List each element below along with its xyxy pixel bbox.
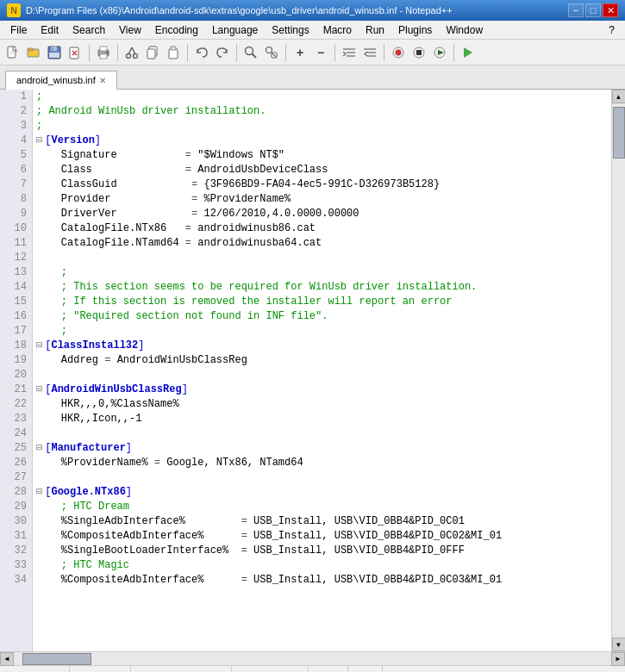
replace-button[interactable]: [262, 43, 281, 62]
macro-play[interactable]: [430, 43, 449, 62]
svg-rect-0: [8, 47, 16, 58]
menu-window[interactable]: Window: [439, 21, 490, 39]
editor-line: Provider = %ProviderName%: [36, 192, 608, 207]
run-button[interactable]: [459, 43, 478, 62]
scroll-track[interactable]: [612, 103, 625, 638]
undo-button[interactable]: [192, 43, 211, 62]
editor-line: ; This section seems to be required for …: [36, 280, 608, 295]
editor-line: CatalogFile.NTx86 = androidwinusb86.cat: [36, 221, 608, 236]
menu-edit[interactable]: Edit: [34, 21, 66, 39]
svg-rect-7: [52, 47, 53, 50]
svg-marker-40: [438, 50, 444, 55]
menu-search[interactable]: Search: [66, 21, 112, 39]
menu-language[interactable]: Language: [205, 21, 265, 39]
editor-line: [36, 470, 608, 485]
save-button[interactable]: [45, 43, 64, 62]
editor-line: ⊟[ClassInstall32]: [36, 339, 608, 353]
macro-stop[interactable]: [409, 43, 428, 62]
editor-line: [36, 251, 608, 265]
svg-point-16: [127, 53, 131, 58]
editor-line: ; Android WinUsb driver installation.: [36, 104, 608, 119]
horizontal-scrollbar[interactable]: ◀ ▶: [0, 651, 625, 665]
menu-help[interactable]: ?: [602, 21, 622, 39]
menu-macro[interactable]: Macro: [316, 21, 359, 39]
editor-line: Addreg = AndroidWinUsbClassReg: [36, 353, 608, 368]
svg-rect-38: [416, 50, 422, 55]
svg-point-15: [106, 52, 108, 53]
menu-encoding[interactable]: Encoding: [148, 21, 205, 39]
menu-run[interactable]: Run: [359, 21, 391, 39]
editor-line: ⊟[Google.NTx86]: [36, 485, 608, 500]
tab-close-icon[interactable]: ✕: [99, 76, 106, 85]
menu-plugins[interactable]: Plugins: [391, 21, 439, 39]
status-lines: lines : 127: [70, 666, 131, 672]
copy-button[interactable]: [143, 43, 162, 62]
hscroll-thumb[interactable]: [22, 653, 91, 665]
cut-button[interactable]: [122, 43, 141, 62]
svg-rect-4: [28, 48, 33, 51]
editor-line: ; If this section is removed the install…: [36, 295, 608, 309]
menu-view[interactable]: View: [112, 21, 148, 39]
svg-rect-22: [169, 49, 178, 59]
scroll-up-button[interactable]: ▲: [612, 90, 626, 103]
editor-line: HKR,,Icon,,-1: [36, 412, 608, 426]
editor-line: CatalogFile.NTamd64 = androidwinusba64.c…: [36, 236, 608, 251]
title-bar: N D:\Program Files (x86)\Android\android…: [0, 0, 625, 21]
svg-point-36: [396, 49, 402, 55]
macro-record[interactable]: [389, 43, 408, 62]
vertical-scrollbar[interactable]: ▲ ▼: [611, 90, 625, 651]
unindent-button[interactable]: [360, 43, 379, 62]
editor-line: ⊟[Version]: [36, 134, 608, 148]
editor-content[interactable]: ;; Android WinUsb driver installation.;⊟…: [33, 90, 611, 651]
editor-line: ; HTC Dream: [36, 500, 608, 514]
editor-line: [36, 426, 608, 441]
svg-point-26: [266, 47, 272, 53]
hscroll-track[interactable]: [14, 652, 611, 665]
editor-line: Signature = "$Windows NT$": [36, 148, 608, 163]
svg-rect-8: [49, 53, 59, 58]
editor-line: ⊟[Manufacturer]: [36, 441, 608, 456]
svg-point-17: [134, 53, 138, 58]
print-button[interactable]: [94, 43, 113, 62]
zoom-out-button[interactable]: −: [311, 43, 330, 62]
close-file-button[interactable]: [66, 43, 84, 62]
menu-settings[interactable]: Settings: [265, 21, 316, 39]
editor-line: ClassGuid = {3F966BD9-FA04-4ec5-991C-D32…: [36, 177, 608, 192]
hscroll-left-button[interactable]: ◀: [0, 652, 14, 666]
scroll-thumb[interactable]: [613, 107, 625, 159]
svg-rect-23: [171, 47, 176, 50]
menu-file[interactable]: File: [3, 21, 34, 39]
editor-line: %ProviderName% = Google, NTx86, NTamd64: [36, 456, 608, 470]
editor-line: ; HTC Magic: [36, 558, 608, 573]
zoom-in-button[interactable]: +: [291, 43, 309, 62]
redo-button[interactable]: [213, 43, 232, 62]
window-title: D:\Program Files (x86)\Android\android-s…: [26, 5, 453, 16]
scroll-down-button[interactable]: ▼: [612, 638, 626, 651]
close-button[interactable]: ✕: [603, 3, 618, 17]
svg-line-18: [128, 47, 132, 54]
editor-line: %CompositeAdbInterface% = USB_Install, U…: [36, 529, 608, 544]
editor-line: HKR,,,0,%ClassName%: [36, 397, 608, 412]
new-button[interactable]: [3, 43, 22, 62]
svg-rect-13: [100, 47, 107, 51]
editor-line: %SingleBootLoaderInterface% = USB_Instal…: [36, 544, 608, 558]
editor-line: %CompositeAdbInterface% = USB_Install, U…: [36, 573, 608, 588]
status-position: Ln : 1 Col : 1 Sel : 0: [131, 666, 233, 672]
hscroll-right-button[interactable]: ▶: [611, 652, 625, 666]
status-length: length : 3988: [5, 666, 70, 672]
open-button[interactable]: [24, 43, 43, 62]
maximize-button[interactable]: □: [585, 3, 601, 17]
editor-line: ;: [36, 90, 608, 104]
find-button[interactable]: [241, 43, 260, 62]
tab-file[interactable]: android_winusb.inf ✕: [5, 71, 117, 90]
minimize-button[interactable]: −: [568, 3, 584, 17]
line-numbers: 1234567891011121314151617181920212223242…: [0, 90, 33, 651]
status-insert: INS: [348, 666, 382, 672]
paste-button[interactable]: [164, 43, 183, 62]
indent-button[interactable]: [340, 43, 359, 62]
svg-marker-41: [464, 47, 472, 58]
toolbar: + −: [0, 40, 625, 65]
editor-line: ; "Required section not found in INF fil…: [36, 309, 608, 324]
editor-line: [36, 368, 608, 383]
window-controls: − □ ✕: [568, 3, 618, 17]
